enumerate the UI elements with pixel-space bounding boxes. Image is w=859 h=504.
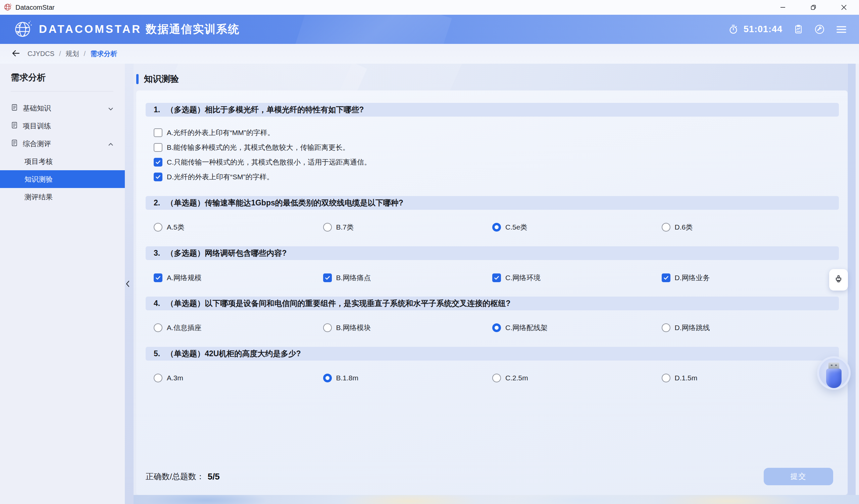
option-label: C.只能传输一种模式的光，其模式色散很小，适用于远距离通信。 xyxy=(167,157,371,167)
stopwatch-icon xyxy=(728,24,739,34)
question-number: 1. xyxy=(154,105,160,114)
section-accent-bar xyxy=(136,74,139,84)
option-row[interactable]: D.网络跳线 xyxy=(662,323,831,332)
question-5-title: 5. （单选题）42U机柜的高度大约是多少? xyxy=(146,347,839,361)
question-3-options: A.网络规模 B.网络痛点 C.网络环境 D.网络业务 xyxy=(146,270,839,285)
radio-unselected-icon xyxy=(662,324,670,332)
option-row[interactable]: D.网络业务 xyxy=(662,273,831,283)
wrench-icon[interactable] xyxy=(814,24,825,34)
back-arrow-icon[interactable] xyxy=(11,49,20,59)
submit-button[interactable]: 提交 xyxy=(764,468,833,485)
score-summary: 正确数/总题数： 5/5 xyxy=(146,468,220,485)
option-label: D.光纤的外表上印有“SM”的字样。 xyxy=(167,172,274,182)
option-row[interactable]: B.网络痛点 xyxy=(323,273,493,283)
option-row[interactable]: A.5类 xyxy=(154,222,323,232)
option-row[interactable]: C.5e类 xyxy=(492,222,662,232)
question-number: 3. xyxy=(154,249,160,258)
option-row[interactable]: D.1.5m xyxy=(662,374,831,382)
radio-unselected-icon xyxy=(492,374,501,382)
option-row[interactable]: A.3m xyxy=(154,374,323,382)
radio-unselected-icon xyxy=(323,223,332,232)
score-value: 5/5 xyxy=(208,472,220,482)
collapse-sidebar-icon[interactable] xyxy=(125,280,130,289)
usb-drive-widget[interactable] xyxy=(817,356,850,390)
question-text: （多选题）网络调研包含哪些内容? xyxy=(166,248,287,258)
radio-unselected-icon xyxy=(662,374,670,382)
option-label: A.网络规模 xyxy=(167,273,202,283)
checkbox-unchecked-icon xyxy=(154,128,162,137)
option-row[interactable]: B.7类 xyxy=(323,222,493,232)
minimize-button[interactable] xyxy=(767,0,798,15)
question-3-title: 3. （多选题）网络调研包含哪些内容? xyxy=(146,246,839,260)
option-label: B.能传输多种模式的光，其模式色散较大，传输距离更长。 xyxy=(167,143,350,152)
option-label: D.网络跳线 xyxy=(675,323,710,332)
option-row[interactable]: C.只能传输一种模式的光，其模式色散很小，适用于远距离通信。 xyxy=(154,155,371,170)
radio-unselected-icon xyxy=(323,324,332,332)
radio-selected-icon xyxy=(492,223,501,232)
question-number: 4. xyxy=(154,299,160,308)
option-row[interactable]: A.网络规模 xyxy=(154,273,323,283)
menu-list-icon[interactable] xyxy=(836,25,847,34)
breadcrumb-item-current: 需求分析 xyxy=(90,49,117,58)
restore-button[interactable] xyxy=(798,0,828,15)
checkbox-checked-icon xyxy=(154,158,162,167)
score-label: 正确数/总题数： xyxy=(146,471,204,482)
question-1-title: 1. （多选题）相比于多模光纤，单模光纤的特性有如下哪些? xyxy=(146,103,839,116)
question-text: （单选题）以下哪项是设备间和电信间的重要组件，是实现垂直子系统和水平子系统交叉连… xyxy=(166,298,510,309)
os-titlebar: DatacomStar xyxy=(0,0,859,15)
report-icon[interactable] xyxy=(794,25,803,34)
option-row[interactable]: C.网络配线架 xyxy=(492,323,662,332)
scrollbar-track[interactable] xyxy=(856,64,859,504)
breadcrumb-item-planning[interactable]: 规划 xyxy=(66,49,79,58)
main-content: 知识测验 1. （多选题）相比于多模光纤，单模光纤的特性有如下哪些? A.光纤的… xyxy=(134,64,859,504)
question-number: 2. xyxy=(154,199,160,207)
option-label: C.网络配线架 xyxy=(505,323,547,332)
breadcrumb-item-project[interactable]: CJYDCS xyxy=(28,50,54,58)
option-label: B.1.8m xyxy=(336,374,359,382)
question-2-options: A.5类 B.7类 C.5e类 D.6类 xyxy=(146,220,839,235)
option-label: A.信息插座 xyxy=(167,323,202,332)
chevron-up-icon xyxy=(108,140,114,148)
question-5-options: A.3m B.1.8m C.2.5m D.1.5m xyxy=(146,371,839,385)
option-label: D.网络业务 xyxy=(675,273,710,283)
breadcrumb-separator: / xyxy=(59,50,61,58)
sidebar-item-label: 综合测评 xyxy=(23,139,51,148)
checkbox-unchecked-icon xyxy=(154,143,162,152)
close-button[interactable] xyxy=(828,0,859,15)
option-row[interactable]: B.能传输多种模式的光，其模式色散较大，传输距离更长。 xyxy=(154,140,371,155)
sidebar-subitem-knowledge-quiz[interactable]: 知识测验 xyxy=(0,170,125,188)
question-text: （单选题）传输速率能达1Gbps的最低类别的双绞线电缆是以下哪种? xyxy=(166,198,403,208)
clear-brush-button[interactable] xyxy=(829,269,848,290)
chevron-down-icon xyxy=(108,104,114,112)
sidebar-subitem-eval-results[interactable]: 测评结果 xyxy=(0,188,125,206)
option-label: D.6类 xyxy=(675,222,693,232)
window-title: DatacomStar xyxy=(15,4,55,11)
decor-right-band xyxy=(848,64,856,504)
breadcrumb: CJYDCS / 规划 / 需求分析 xyxy=(0,44,859,64)
option-label: A.5类 xyxy=(167,222,184,232)
option-row[interactable]: B.1.8m xyxy=(323,374,493,382)
usb-drive-icon xyxy=(826,368,842,388)
option-row[interactable]: C.网络环境 xyxy=(492,273,662,283)
option-row[interactable]: B.网络模块 xyxy=(323,323,493,332)
sidebar-item-label: 项目训练 xyxy=(23,121,51,131)
option-row[interactable]: A.光纤的外表上印有“MM”的字样。 xyxy=(154,125,371,140)
sidebar-subitem-project-assessment[interactable]: 项目考核 xyxy=(0,153,125,170)
sidebar-item-basics[interactable]: 基础知识 xyxy=(0,99,125,117)
app-header: DATACOMSTAR数据通信实训系统 51:01:44 xyxy=(0,15,859,44)
clear-brush-icon xyxy=(833,274,844,286)
sidebar: 需求分析 基础知识 项目训练 xyxy=(0,64,125,504)
sidebar-item-comprehensive-eval[interactable]: 综合测评 xyxy=(0,135,125,153)
question-text: （单选题）42U机柜的高度大约是多少? xyxy=(166,348,301,359)
option-label: D.1.5m xyxy=(675,374,698,382)
option-row[interactable]: D.光纤的外表上印有“SM”的字样。 xyxy=(154,170,371,184)
sidebar-title: 需求分析 xyxy=(11,72,46,83)
option-row[interactable]: C.2.5m xyxy=(492,374,662,382)
option-row[interactable]: A.信息插座 xyxy=(154,323,323,332)
breadcrumb-separator: / xyxy=(84,50,86,58)
option-row[interactable]: D.6类 xyxy=(662,222,831,232)
sidebar-item-project-training[interactable]: 项目训练 xyxy=(0,117,125,135)
usb-connector-pin xyxy=(835,365,837,366)
question-4-options: A.信息插座 B.网络模块 C.网络配线架 D.网络跳线 xyxy=(146,320,839,335)
option-label: C.网络环境 xyxy=(505,273,541,283)
